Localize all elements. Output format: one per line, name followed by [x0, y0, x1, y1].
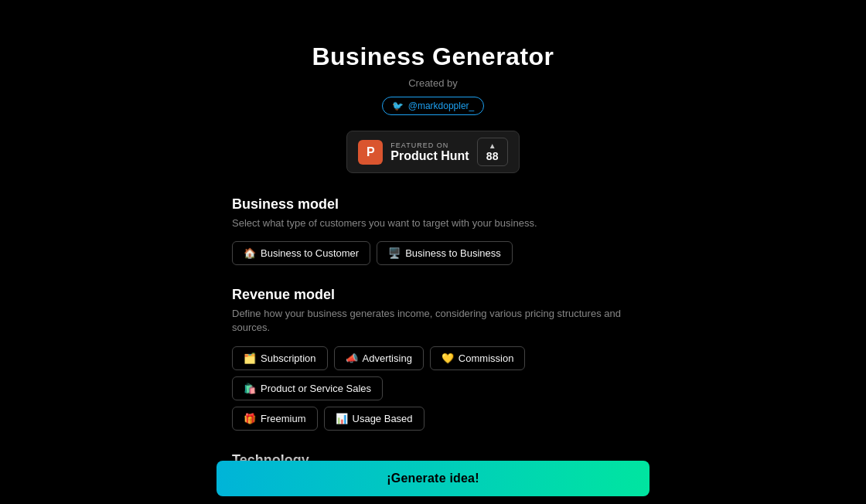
revenue-model-options-row1: 🗂️ Subscription 📣 Advertising 💛 Commissi… [232, 346, 634, 400]
b2c-button[interactable]: 🏠 Business to Customer [232, 241, 370, 265]
advertising-emoji: 📣 [346, 352, 358, 364]
commission-button[interactable]: 💛 Commission [430, 346, 526, 370]
business-model-section: Business model Select what type of custo… [232, 196, 634, 265]
product-sales-button[interactable]: 🛍️ Product or Service Sales [232, 376, 383, 400]
freemium-emoji: 🎁 [244, 413, 256, 424]
b2b-button[interactable]: 🖥️ Business to Business [377, 241, 513, 265]
product-sales-label: Product or Service Sales [261, 383, 371, 394]
advertising-button[interactable]: 📣 Advertising [334, 346, 424, 370]
header-section: Business Generator Created by 🐦 @markdop… [312, 43, 554, 173]
business-model-title: Business model [232, 196, 634, 213]
ph-name: Product Hunt [390, 149, 469, 163]
business-model-options: 🏠 Business to Customer 🖥️ Business to Bu… [232, 241, 634, 265]
product-hunt-logo: P [358, 140, 383, 165]
ph-featured-label: FEATURED ON [390, 141, 469, 149]
subscription-emoji: 🗂️ [244, 352, 256, 364]
twitter-icon: 🐦 [392, 100, 404, 111]
usage-based-label: Usage Based [353, 413, 413, 424]
commission-label: Commission [459, 352, 514, 364]
freemium-button[interactable]: 🎁 Freemium [232, 407, 318, 431]
ph-upvote-arrow: ▲ [489, 141, 496, 150]
subscription-button[interactable]: 🗂️ Subscription [232, 346, 328, 370]
b2c-label: Business to Customer [261, 247, 359, 259]
revenue-model-section: Revenue model Define how your business g… [232, 287, 634, 430]
page-title: Business Generator [312, 43, 554, 71]
b2b-label: Business to Business [405, 247, 501, 259]
product-sales-emoji: 🛍️ [244, 383, 256, 394]
twitter-badge[interactable]: 🐦 @markdoppler_ [382, 97, 485, 115]
created-by-label: Created by [408, 77, 458, 89]
freemium-label: Freemium [261, 413, 306, 424]
ph-votes-box: ▲ 88 [477, 138, 508, 166]
generate-button-container: ¡Generate idea! [0, 453, 866, 504]
advertising-label: Advertising [363, 352, 412, 364]
product-hunt-badge[interactable]: P FEATURED ON Product Hunt ▲ 88 [346, 131, 519, 173]
revenue-model-description: Define how your business generates incom… [232, 307, 634, 335]
commission-emoji: 💛 [442, 352, 454, 364]
subscription-label: Subscription [261, 352, 316, 364]
generate-button[interactable]: ¡Generate idea! [216, 461, 650, 496]
usage-based-emoji: 📊 [336, 413, 348, 424]
ph-vote-count: 88 [486, 150, 499, 162]
usage-based-button[interactable]: 📊 Usage Based [324, 407, 424, 431]
b2b-emoji: 🖥️ [388, 247, 401, 259]
b2c-emoji: 🏠 [244, 247, 256, 259]
revenue-model-options-row2: 🎁 Freemium 📊 Usage Based [232, 407, 634, 431]
revenue-model-title: Revenue model [232, 287, 634, 303]
product-hunt-text: FEATURED ON Product Hunt [390, 141, 469, 163]
business-model-description: Select what type of customers you want t… [232, 216, 634, 230]
twitter-handle: @markdoppler_ [408, 100, 475, 111]
